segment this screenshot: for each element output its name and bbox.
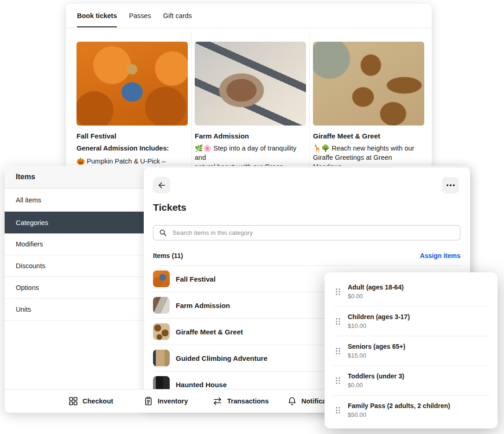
items-count-label: Items (11)	[153, 252, 183, 259]
bell-icon	[287, 396, 297, 406]
variant-name: Family Pass (2 adults, 2 children)	[348, 402, 450, 409]
variant-row-children[interactable]: Children (ages 3-17) $10.00	[333, 307, 490, 336]
sidebar-title: Items	[5, 166, 144, 189]
variant-row-adult[interactable]: Adult (ages 18-64) $0.00	[333, 277, 490, 307]
tab-book-tickets[interactable]: Book tickets	[77, 4, 117, 28]
sidebar-item-units[interactable]: Units	[5, 299, 144, 321]
variant-price: $10.00	[348, 322, 410, 329]
card-giraffe-meet-greet[interactable]: Giraffe Meet & Greet 🦒🌳 Reach new height…	[313, 42, 424, 168]
card-description: 🌿🌸 Step into a day of tranquility and	[195, 144, 306, 162]
drag-handle-icon[interactable]	[333, 347, 340, 355]
sidebar-item-options[interactable]: Options	[5, 277, 144, 299]
variant-price: $0.00	[348, 293, 404, 300]
card-description: General Admission Includes:	[77, 144, 188, 153]
variant-row-seniors[interactable]: Seniors (ages 65+) $15.00	[333, 336, 490, 366]
items-list-header: Items (11) Assign items	[153, 252, 460, 259]
item-name: Guided Climbing Adventure	[176, 354, 268, 362]
assign-items-link[interactable]: Assign items	[420, 252, 460, 259]
variant-name: Adult (ages 18-64)	[348, 283, 404, 291]
item-thumbnail	[153, 350, 170, 366]
search-input[interactable]	[172, 229, 460, 237]
item-name: Fall Festival	[176, 275, 216, 283]
variants-panel: Adult (ages 18-64) $0.00 Children (ages …	[325, 272, 498, 428]
search-icon	[159, 229, 167, 237]
tab-gift-cards[interactable]: Gift cards	[163, 4, 192, 28]
item-thumbnail	[153, 323, 170, 340]
item-name: Farm Admission	[176, 302, 230, 309]
nav-checkout[interactable]: Checkout	[69, 390, 113, 413]
clipboard-icon	[144, 396, 153, 406]
card-description: 🦒🌳 Reach new heights with our	[313, 144, 424, 153]
card-title: Farm Admission	[195, 132, 306, 140]
booking-window: Book tickets Passes Gift cards Fall Fest…	[66, 4, 432, 168]
transfer-arrows-icon	[212, 396, 223, 406]
drag-handle-icon[interactable]	[333, 288, 340, 296]
card-farm-admission[interactable]: Farm Admission 🌿🌸 Step into a day of tra…	[195, 42, 306, 168]
sidebar-item-all-items[interactable]: All items	[5, 189, 144, 212]
card-fall-festival[interactable]: Fall Festival General Admission Includes…	[77, 42, 188, 168]
nav-label: Transactions	[227, 397, 268, 405]
drag-handle-icon[interactable]	[333, 407, 340, 414]
sidebar-item-discounts[interactable]: Discounts	[5, 255, 144, 277]
nav-label: Inventory	[158, 397, 188, 405]
grid-icon	[69, 396, 78, 406]
variant-row-toddlers[interactable]: Toddlers (under 3) $0.00	[333, 366, 490, 396]
tab-passes[interactable]: Passes	[129, 4, 151, 28]
variant-price: $50.00	[348, 411, 450, 418]
variant-price: $0.00	[348, 382, 404, 389]
variant-row-family-pass[interactable]: Family Pass (2 adults, 2 children) $50.0…	[333, 396, 490, 425]
variant-name: Seniors (ages 65+)	[348, 343, 405, 350]
item-thumbnail	[153, 297, 170, 314]
card-title: Fall Festival	[77, 132, 188, 140]
category-search-box	[153, 225, 460, 240]
variant-name: Toddlers (under 3)	[348, 372, 404, 380]
item-name: Giraffe Meet & Greet	[176, 328, 243, 336]
item-thumbnail	[153, 270, 170, 287]
nav-label: Checkout	[83, 397, 113, 405]
sidebar-item-categories[interactable]: Categories	[5, 212, 144, 233]
fall-festival-photo	[77, 42, 188, 126]
sidebar-item-modifiers[interactable]: Modifiers	[5, 233, 144, 255]
back-arrow-icon	[157, 181, 166, 190]
page-title: Tickets	[153, 202, 186, 213]
ticket-card-grid: Fall Festival General Admission Includes…	[77, 42, 424, 168]
drag-handle-icon[interactable]	[333, 377, 340, 384]
nav-inventory[interactable]: Inventory	[144, 390, 188, 413]
farm-admission-photo	[195, 42, 306, 126]
back-button[interactable]	[153, 177, 170, 194]
variant-name: Children (ages 3-17)	[348, 313, 410, 321]
giraffe-photo	[313, 42, 424, 126]
ellipsis-icon	[447, 184, 455, 186]
variant-price: $15.00	[348, 352, 405, 359]
more-options-button[interactable]	[442, 177, 459, 194]
item-name: Haunted House	[176, 381, 227, 389]
card-title: Giraffe Meet & Greet	[313, 132, 424, 140]
nav-transactions[interactable]: Transactions	[212, 390, 268, 413]
drag-handle-icon[interactable]	[333, 318, 340, 325]
booking-tabbar: Book tickets Passes Gift cards	[66, 4, 432, 28]
